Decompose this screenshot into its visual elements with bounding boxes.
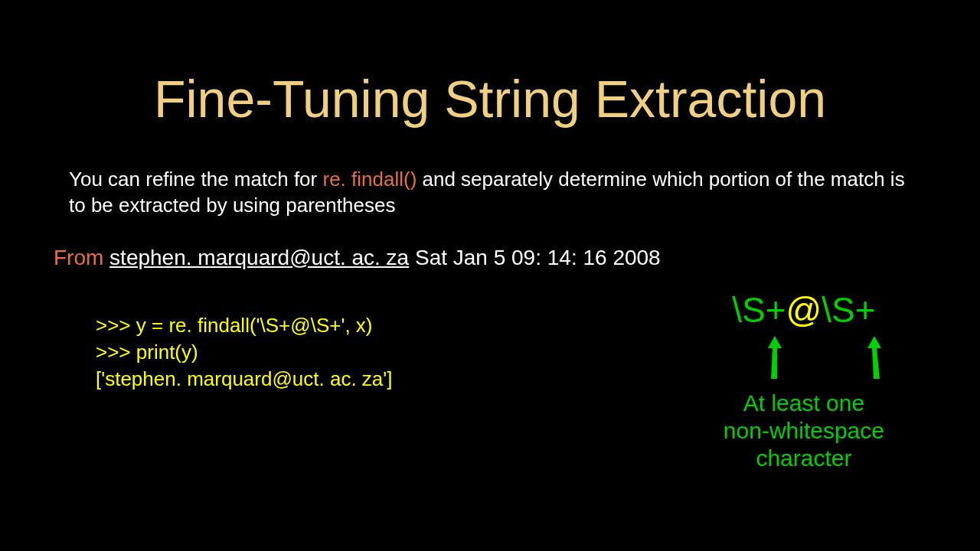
- code-line-1: >>> y = re. findall('\S+@\S+', x): [96, 312, 393, 339]
- regex-annotation: At least one non-whitespace character: [724, 390, 884, 472]
- annotation-line-2: non-whitespace: [724, 417, 884, 445]
- example-timestamp: Sat Jan 5 09: 14: 16 2008: [409, 246, 660, 269]
- description-highlight: re. findall(): [322, 168, 416, 191]
- slide-title: Fine-Tuning String Extraction: [54, 69, 926, 129]
- code-block: >>> y = re. findall('\S+@\S+', x) >>> pr…: [96, 312, 393, 393]
- annotation-line-1: At least one: [724, 390, 884, 417]
- annotation-line-3: character: [724, 445, 884, 472]
- regex-pattern: \S+@\S+: [724, 289, 884, 331]
- regex-part-1: \S+: [732, 290, 786, 330]
- slide-description: You can refine the match for re. findall…: [69, 167, 926, 219]
- example-email: stephen. marquard@uct. ac. za: [109, 246, 409, 269]
- slide: Fine-Tuning String Extraction You can re…: [0, 0, 980, 551]
- code-line-2: >>> print(y): [96, 339, 393, 366]
- from-label: From: [54, 246, 109, 269]
- description-text-before: You can refine the match for: [69, 168, 322, 191]
- arrow-up-icon: [863, 334, 886, 380]
- regex-part-2: @: [786, 290, 822, 330]
- regex-part-3: \S+: [822, 290, 875, 330]
- regex-diagram: \S+@\S+ At least one non-whitespace char: [724, 289, 884, 472]
- example-input-line: From stephen. marquard@uct. ac. za Sat J…: [54, 246, 926, 270]
- code-line-3: ['stephen. marquard@uct. ac. za']: [96, 366, 393, 393]
- arrow-up-icon: [763, 334, 786, 380]
- diagram-arrows: [724, 334, 884, 388]
- lower-area: >>> y = re. findall('\S+@\S+', x) >>> pr…: [54, 312, 926, 472]
